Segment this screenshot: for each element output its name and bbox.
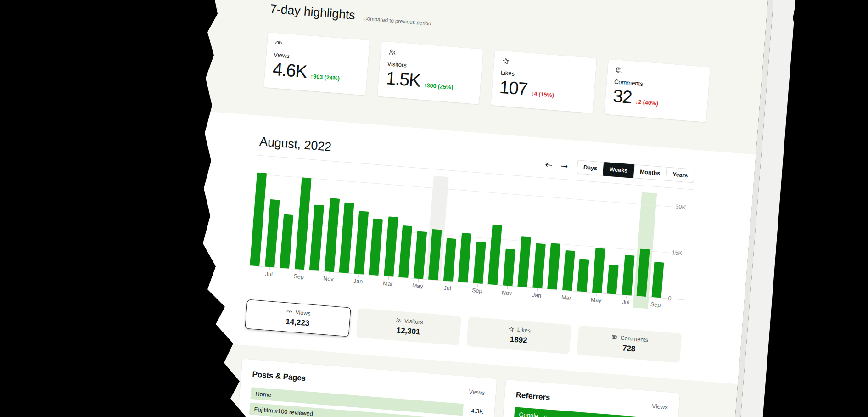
chart-bar-17[interactable] (488, 225, 502, 285)
tab-years[interactable]: Years (666, 168, 694, 183)
summary-tab-label: Visitors (404, 317, 423, 325)
highlight-card-comments: Comments32↓2 (40%) (604, 59, 710, 122)
x-axis-tick (358, 275, 358, 277)
summary-tab-views[interactable]: Views14,223 (245, 299, 351, 337)
granularity-tabs: DaysWeeksMonthsYears (577, 160, 695, 183)
chart-bar-28[interactable] (651, 262, 664, 298)
referrers-card: Referrers Views Google6.2K (495, 380, 680, 417)
page-tilt-wrapper: 7-day highlights Compared to previous pe… (150, 0, 797, 417)
summary-tab-value: 1892 (510, 334, 527, 345)
chart-bar-19[interactable] (517, 236, 531, 287)
summary-tab-comments[interactable]: Comments728 (577, 326, 682, 363)
chart-bar-7[interactable] (339, 203, 354, 273)
chart-bar-26[interactable] (622, 255, 634, 295)
x-axis-label: Nov (321, 275, 336, 282)
highlight-card-views: Views4.6K↑903 (24%) (264, 33, 370, 96)
star-icon (501, 57, 589, 72)
chart-bar-12[interactable] (414, 231, 427, 279)
chart-bar-22[interactable] (562, 250, 575, 291)
highlight-card-value: 107 (499, 78, 528, 99)
page-subtitle: Compared to previous period (363, 16, 431, 27)
chart-bar-6[interactable] (324, 198, 339, 272)
screenshot-stage: 7-day highlights Compared to previous pe… (0, 0, 868, 417)
tab-months[interactable]: Months (633, 165, 667, 180)
highlight-card-delta: ↑300 (25%) (424, 82, 454, 91)
x-axis-tick (596, 293, 597, 296)
x-axis-tick (269, 267, 269, 270)
x-axis-label: Mar (559, 294, 573, 301)
chart-bar-8[interactable] (354, 211, 369, 274)
chart-bar-21[interactable] (547, 243, 560, 289)
referrer-row-bar[interactable]: Google (514, 407, 640, 417)
summary-tab-label: Likes (517, 327, 531, 334)
views-bar-chart: 30K15K0JulSepNovJanMarMayJulSepNovJanMar… (248, 162, 693, 320)
x-axis-tick (299, 270, 299, 272)
highlight-card-delta: ↓4 (15%) (531, 90, 554, 99)
page-title: 7-day highlights (269, 2, 356, 22)
x-axis-label: Jan (351, 277, 365, 285)
chart-bar-23[interactable] (577, 259, 589, 292)
highlight-card-delta: ↑903 (24%) (310, 73, 340, 82)
eye-icon (286, 308, 293, 315)
chart-bar-2[interactable] (265, 199, 280, 267)
summary-tab-label: Views (295, 309, 311, 317)
period-title: August, 2022 (259, 134, 332, 154)
x-axis-tick (566, 291, 567, 293)
tab-weeks[interactable]: Weeks (603, 162, 635, 178)
referrer-row-label: Google (519, 411, 538, 417)
highlight-card-value: 1.5K (386, 69, 421, 90)
chart-bar-1[interactable] (250, 173, 267, 266)
x-axis-tick (655, 298, 656, 301)
chart-bar-25[interactable] (607, 265, 619, 294)
chart-bar-10[interactable] (384, 216, 398, 276)
x-axis-tick (537, 288, 537, 291)
referrers-title: Referrers (515, 390, 550, 402)
star-icon (508, 326, 515, 332)
tab-days[interactable]: Days (577, 160, 604, 175)
chart-bar-16[interactable] (473, 242, 486, 283)
eye-icon (274, 39, 362, 54)
x-axis-label: Sep (470, 287, 484, 294)
x-axis-label: May (589, 296, 603, 304)
x-axis-label: Sep (649, 301, 663, 308)
chart-bar-20[interactable] (532, 243, 546, 288)
summary-tab-likes[interactable]: Likes1892 (466, 317, 571, 354)
referrers-views-column-header: Views (652, 403, 668, 411)
x-axis-tick (477, 284, 478, 287)
highlights-section: 7-day highlights Compared to previous pe… (264, 0, 717, 122)
chart-bar-5[interactable] (309, 205, 324, 271)
chevron-up-icon (543, 413, 549, 417)
comment-icon (611, 334, 618, 341)
chart-bar-9[interactable] (369, 219, 383, 276)
summary-tab-visitors[interactable]: Visitors12,301 (356, 308, 461, 345)
highlight-card-visitors: Visitors1.5K↑300 (25%) (377, 41, 483, 104)
x-axis-tick (329, 272, 329, 275)
posts-pages-title: Posts & Pages (252, 370, 306, 383)
prev-period-button[interactable]: ← (543, 159, 555, 170)
people-icon (395, 317, 402, 324)
y-axis-label: 15K (672, 249, 683, 257)
x-axis-label: Jul (440, 285, 454, 292)
comment-icon (615, 66, 702, 81)
traffic-section-inner: August, 2022 ← → DaysWeeksMonthsYears 30… (245, 134, 694, 363)
chart-bar-18[interactable] (503, 249, 515, 286)
chart-bar-15[interactable] (458, 233, 471, 282)
x-axis-tick (388, 277, 388, 280)
x-axis-label: Nov (500, 289, 514, 297)
chart-controls: ← → DaysWeeksMonthsYears (543, 157, 694, 183)
highlight-card-value: 32 (612, 87, 632, 107)
chart-bar-14[interactable] (443, 238, 456, 281)
x-axis-tick (418, 279, 418, 282)
x-axis-label: Mar (381, 280, 395, 287)
summary-tab-label: Comments (620, 334, 648, 343)
stats-page: 7-day highlights Compared to previous pe… (150, 0, 769, 417)
chart-bar-11[interactable] (398, 225, 412, 278)
x-axis-tick (626, 295, 627, 298)
posts-views-column-header: Views (469, 388, 485, 396)
next-period-button[interactable]: → (558, 160, 570, 172)
summary-tab-value: 728 (622, 344, 636, 354)
chart-bar-24[interactable] (592, 248, 605, 293)
posts-row-value: 4.3K (471, 407, 484, 415)
posts-pages-card: Posts & Pages Views Home4.3KFujifilm x10… (232, 359, 497, 417)
x-axis-label: Jan (530, 292, 544, 299)
